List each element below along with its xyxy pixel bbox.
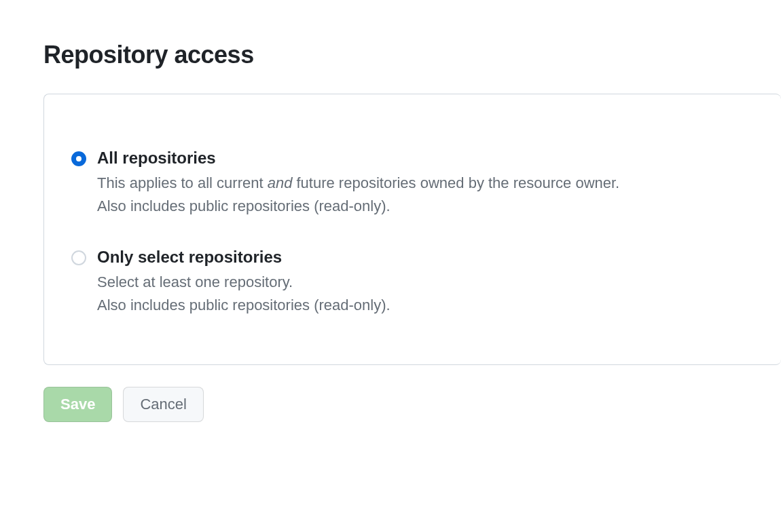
radio-content-all: All repositories This applies to all cur… — [97, 149, 754, 218]
option-title-all[interactable]: All repositories — [97, 149, 754, 168]
radio-button-select-repositories[interactable] — [71, 250, 86, 265]
repository-access-panel: All repositories This applies to all cur… — [43, 94, 781, 365]
page-title: Repository access — [43, 41, 781, 69]
option-title-select[interactable]: Only select repositories — [97, 248, 754, 267]
radio-content-select: Only select repositories Select at least… — [97, 248, 754, 317]
desc-em: and — [268, 174, 293, 191]
desc-text: Select at least one repository. — [97, 273, 293, 290]
radio-option-all-repositories[interactable]: All repositories This applies to all cur… — [71, 149, 754, 218]
option-desc-all: This applies to all current and future r… — [97, 172, 754, 218]
radio-button-all-repositories[interactable] — [71, 151, 86, 166]
desc-line2: Also includes public repositories (read-… — [97, 297, 390, 314]
radio-option-select-repositories[interactable]: Only select repositories Select at least… — [71, 248, 754, 317]
option-desc-select: Select at least one repository. Also inc… — [97, 271, 754, 317]
cancel-button[interactable]: Cancel — [123, 387, 203, 422]
desc-text: This applies to all current — [97, 174, 268, 191]
desc-text: future repositories owned by the resourc… — [292, 174, 619, 191]
save-button[interactable]: Save — [43, 387, 112, 422]
desc-line2: Also includes public repositories (read-… — [97, 197, 390, 214]
form-actions: Save Cancel — [43, 387, 781, 422]
